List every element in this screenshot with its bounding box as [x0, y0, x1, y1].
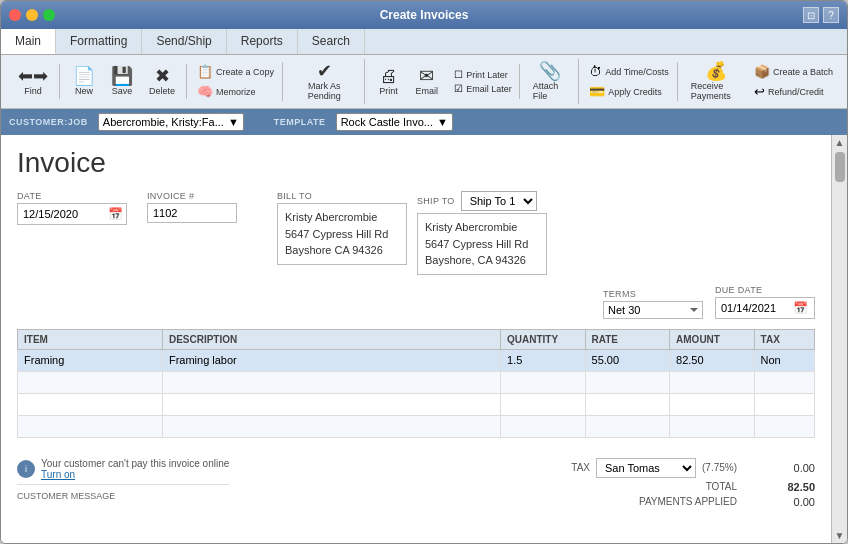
totals-section: Tax San Tomas (7.75%) 0.00 Total 82.50 [490, 458, 815, 508]
date-field-group: Date 📅 [17, 191, 127, 225]
cell-desc-empty3[interactable] [162, 415, 500, 437]
cell-tax-empty[interactable] [754, 371, 814, 393]
cell-rate-empty2[interactable] [585, 393, 670, 415]
help-button[interactable]: ? [823, 7, 839, 23]
date-calendar-icon[interactable]: 📅 [108, 207, 123, 221]
invoice-num-field-group: Invoice # [147, 191, 237, 223]
create-copy-button[interactable]: 📋 Create a Copy [193, 62, 278, 81]
save-button[interactable]: 💾 Save [104, 64, 140, 99]
tax-row: Tax San Tomas (7.75%) [490, 458, 737, 478]
toolbar: ⬅➡ Find 📄 New 💾 Save ✖ Delete 📋 Crea [1, 55, 847, 109]
cell-description[interactable]: Framing labor [162, 349, 500, 371]
cell-tax-empty2[interactable] [754, 393, 814, 415]
cell-tax-empty3[interactable] [754, 415, 814, 437]
date-input[interactable]: 📅 [17, 203, 127, 225]
scroll-thumb[interactable] [835, 152, 845, 182]
apply-credits-button[interactable]: 💳 Apply Credits [585, 82, 666, 101]
tab-formatting[interactable]: Formatting [56, 29, 142, 54]
tab-main[interactable]: Main [1, 29, 56, 54]
col-description: Description [162, 329, 500, 349]
invoice-num-label: Invoice # [147, 191, 237, 201]
col-quantity: Quantity [501, 329, 586, 349]
batch-refund-area: 📦 Create a Batch ↩ Refund/Credit [750, 62, 837, 101]
cell-rate[interactable]: 55.00 [585, 349, 670, 371]
cell-qty-empty2[interactable] [501, 393, 586, 415]
new-button[interactable]: 📄 New [66, 64, 102, 99]
terms-due-row: Terms Net 30 Due Date 📅 [17, 285, 815, 319]
ship-to-address[interactable]: Kristy Abercrombie 5647 Cypress Hill Rd … [417, 213, 547, 275]
due-date-label: Due Date [715, 285, 815, 295]
memorize-icon: 🧠 [197, 84, 213, 99]
tab-reports[interactable]: Reports [227, 29, 298, 54]
table-row[interactable]: Framing Framing labor 1.5 55.00 82.50 No… [18, 349, 815, 371]
add-time-costs-button[interactable]: ⏱ Add Time/Costs [585, 62, 673, 81]
ship-to-select[interactable]: Ship To 1 [461, 191, 537, 211]
due-date-input[interactable]: 📅 [715, 297, 815, 319]
title-bar: Create Invoices ⊡ ? [1, 1, 847, 29]
receive-batch-group: 💰 Receive Payments 📦 Create a Batch ↩ Re… [680, 59, 841, 104]
minimize-button[interactable] [26, 9, 38, 21]
customer-job-label: Customer:Job [9, 117, 88, 127]
due-date-calendar-icon[interactable]: 📅 [793, 301, 808, 315]
cell-item-empty2[interactable] [18, 393, 163, 415]
payments-applied-value: 0.00 [745, 496, 815, 508]
attach-file-button[interactable]: 📎 Attach File [526, 59, 575, 104]
cell-rate-empty[interactable] [585, 371, 670, 393]
cell-item-empty[interactable] [18, 371, 163, 393]
cell-desc-empty2[interactable] [162, 393, 500, 415]
customer-job-select[interactable]: Abercrombie, Kristy:Fa... ▼ [98, 113, 244, 131]
memorize-button[interactable]: 🧠 Memorize [193, 82, 260, 101]
find-button[interactable]: ⬅➡ Find [11, 64, 55, 99]
scroll-down-arrow[interactable]: ▼ [835, 530, 845, 541]
bill-ship-area: Bill To Kristy Abercrombie 5647 Cypress … [277, 191, 547, 275]
warning-text: Your customer can't pay this invoice onl… [41, 458, 229, 469]
table-row[interactable] [18, 415, 815, 437]
print-later-check[interactable]: ☐ Print Later [451, 68, 511, 81]
close-button[interactable] [9, 9, 21, 21]
vertical-scrollbar[interactable]: ▲ ▼ [831, 135, 847, 543]
restore-button[interactable]: ⊡ [803, 7, 819, 23]
cell-tax[interactable]: Non [754, 349, 814, 371]
print-button[interactable]: 🖨 Print [371, 64, 407, 99]
create-batch-button[interactable]: 📦 Create a Batch [750, 62, 837, 81]
terms-select[interactable]: Net 30 [603, 301, 703, 319]
tax-select[interactable]: San Tomas [596, 458, 696, 478]
cell-qty-empty3[interactable] [501, 415, 586, 437]
scroll-up-arrow[interactable]: ▲ [835, 137, 845, 148]
invoice-num-input[interactable] [147, 203, 237, 223]
mark-pending-button[interactable]: ✔ Mark As Pending [289, 59, 360, 104]
cell-amt-empty3[interactable] [670, 415, 755, 437]
refund-credit-button[interactable]: ↩ Refund/Credit [750, 82, 828, 101]
cell-qty-empty[interactable] [501, 371, 586, 393]
bill-to-address[interactable]: Kristy Abercrombie 5647 Cypress Hill Rd … [277, 203, 407, 265]
template-select[interactable]: Rock Castle Invo... ▼ [336, 113, 453, 131]
cell-desc-empty[interactable] [162, 371, 500, 393]
cell-amt-empty2[interactable] [670, 393, 755, 415]
cell-amt-empty[interactable] [670, 371, 755, 393]
turn-on-link[interactable]: Turn on [41, 469, 75, 480]
maximize-button[interactable] [43, 9, 55, 21]
tab-search[interactable]: Search [298, 29, 365, 54]
time-credits-area: ⏱ Add Time/Costs 💳 Apply Credits [585, 62, 673, 101]
table-row[interactable] [18, 371, 815, 393]
receive-payments-button[interactable]: 💰 Receive Payments [684, 59, 748, 104]
date-text-input[interactable] [23, 208, 108, 220]
cell-item[interactable]: Framing [18, 349, 163, 371]
table-row[interactable] [18, 393, 815, 415]
cell-item-empty3[interactable] [18, 415, 163, 437]
due-date-text-input[interactable] [721, 302, 793, 314]
cell-quantity[interactable]: 1.5 [501, 349, 586, 371]
print-icon: 🖨 [380, 67, 398, 85]
customer-bar: Customer:Job Abercrombie, Kristy:Fa... ▼… [1, 109, 847, 135]
email-button[interactable]: ✉ Email [409, 64, 446, 99]
delete-button[interactable]: ✖ Delete [142, 64, 182, 99]
tab-sendship[interactable]: Send/Ship [142, 29, 226, 54]
cell-amount[interactable]: 82.50 [670, 349, 755, 371]
title-right-controls: ⊡ ? [803, 7, 839, 23]
cell-rate-empty3[interactable] [585, 415, 670, 437]
email-later-check[interactable]: ☑ Email Later [451, 82, 515, 95]
time-icon: ⏱ [589, 64, 602, 79]
batch-icon: 📦 [754, 64, 770, 79]
invoice-num-text-input[interactable] [153, 207, 233, 219]
find-group: ⬅➡ Find [7, 64, 60, 99]
